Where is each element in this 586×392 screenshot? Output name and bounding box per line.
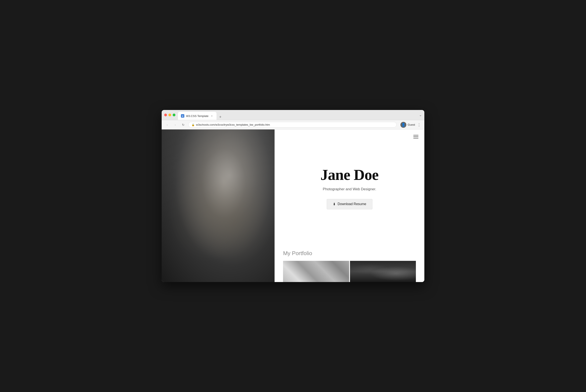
- content-panel: Jane Doe Photographer and Web Designer. …: [275, 130, 424, 282]
- hero-name: Jane Doe: [321, 166, 379, 184]
- portfolio-section: My Portfolio: [275, 246, 424, 282]
- reload-button[interactable]: ↻: [180, 122, 186, 128]
- profile-icon[interactable]: 👤: [400, 122, 406, 128]
- photo-overlay: [162, 130, 275, 282]
- download-icon: ⬇: [333, 202, 336, 206]
- forward-button[interactable]: ›: [172, 122, 178, 128]
- portfolio-image-1[interactable]: [283, 261, 349, 282]
- browser-menu-button[interactable]: ⋮: [416, 122, 422, 127]
- address-text: w3schools.com/w3css/tryw3css_templates_b…: [196, 123, 270, 126]
- browser-window: w W3.CSS Template × + ⌄ ‹ › ↻ 🔒 w3school…: [162, 110, 424, 282]
- lock-icon: 🔒: [191, 123, 195, 126]
- portfolio-image-2[interactable]: [350, 261, 416, 282]
- hamburger-line-1: [413, 135, 418, 136]
- hamburger-line-3: [413, 138, 418, 138]
- close-button[interactable]: [164, 114, 167, 116]
- hamburger-line-2: [413, 136, 418, 137]
- profile-area: 👤 Guest ⋮: [400, 122, 422, 128]
- window-chevron-icon[interactable]: ⌄: [419, 113, 422, 117]
- hero-photo: [162, 130, 275, 282]
- download-resume-button[interactable]: ⬇ Download Resume: [327, 199, 372, 209]
- portfolio-section-title: My Portfolio: [283, 250, 416, 256]
- hero-section: Jane Doe Photographer and Web Designer. …: [275, 130, 424, 246]
- back-button[interactable]: ‹: [164, 122, 170, 128]
- profile-name: Guest: [408, 123, 415, 126]
- traffic-lights: [164, 114, 175, 116]
- title-bar: w W3.CSS Template × + ⌄: [162, 110, 424, 120]
- address-bar: ‹ › ↻ 🔒 w3schools.com/w3css/tryw3css_tem…: [162, 120, 424, 130]
- tab-favicon: w: [181, 114, 184, 118]
- address-input[interactable]: 🔒 w3schools.com/w3css/tryw3css_templates…: [188, 122, 397, 128]
- tab-close-button[interactable]: ×: [210, 114, 214, 118]
- minimize-button[interactable]: [168, 114, 171, 116]
- hero-subtitle: Photographer and Web Designer.: [323, 187, 376, 191]
- active-tab[interactable]: w W3.CSS Template ×: [178, 112, 216, 120]
- photo-panel: [162, 130, 275, 282]
- download-btn-label: Download Resume: [338, 202, 366, 206]
- new-tab-button[interactable]: +: [217, 114, 223, 120]
- portfolio-grid: [283, 261, 416, 282]
- profile-avatar-icon: 👤: [401, 123, 406, 127]
- hamburger-menu-button[interactable]: [412, 133, 420, 140]
- maximize-button[interactable]: [173, 114, 175, 116]
- tabs-area: w W3.CSS Template × +: [178, 110, 223, 120]
- tab-title: W3.CSS Template: [186, 114, 208, 118]
- page-content: Jane Doe Photographer and Web Designer. …: [162, 130, 424, 282]
